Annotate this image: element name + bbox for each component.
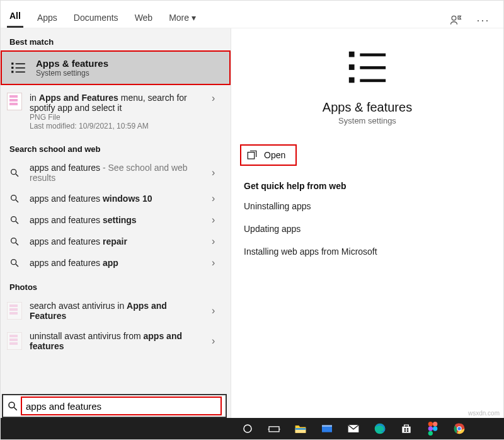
svg-rect-31 bbox=[295, 428, 306, 430]
preview-title: Apps & features bbox=[244, 100, 491, 115]
file-result-modified: Last modified: 10/9/2021, 10:59 AM bbox=[30, 122, 204, 130]
tab-web[interactable]: Web bbox=[132, 6, 156, 28]
svg-line-10 bbox=[16, 200, 18, 202]
svg-point-11 bbox=[11, 217, 16, 222]
chevron-right-icon[interactable]: › bbox=[212, 93, 223, 104]
svg-rect-3 bbox=[11, 71, 13, 72]
file-result-title: in Apps and Features menu, search for sp… bbox=[30, 93, 204, 113]
svg-point-43 bbox=[433, 426, 437, 431]
svg-point-9 bbox=[11, 195, 16, 200]
search-icon bbox=[7, 400, 18, 412]
task-view-icon[interactable] bbox=[266, 421, 282, 436]
search-box[interactable] bbox=[2, 394, 227, 418]
best-match-subtitle: System settings bbox=[36, 69, 108, 78]
help-link[interactable]: Updating apps bbox=[244, 217, 491, 240]
image-file-icon bbox=[7, 332, 22, 350]
preview-app-icon bbox=[244, 46, 491, 90]
preview-panel: Apps & features System settings Open Get… bbox=[231, 28, 503, 439]
mail-icon[interactable] bbox=[346, 421, 361, 436]
more-options-icon[interactable]: ··· bbox=[476, 13, 491, 28]
section-school-web: Search school and web bbox=[1, 136, 231, 158]
svg-rect-2 bbox=[11, 66, 13, 68]
help-link[interactable]: Uninstalling apps bbox=[244, 195, 491, 217]
video-editor-icon[interactable] bbox=[319, 421, 335, 436]
web-result[interactable]: apps and features - See school and web r… bbox=[1, 158, 231, 188]
store-icon[interactable] bbox=[399, 421, 414, 436]
svg-rect-33 bbox=[322, 425, 332, 426]
web-result-text: apps and features repair bbox=[30, 236, 204, 246]
web-result[interactable]: apps and features windows 10› bbox=[1, 188, 231, 209]
section-photos: Photos bbox=[1, 274, 231, 296]
svg-line-14 bbox=[16, 243, 18, 245]
svg-point-41 bbox=[433, 422, 437, 426]
tab-all[interactable]: All bbox=[7, 4, 23, 28]
settings-list-icon bbox=[9, 59, 27, 77]
search-icon bbox=[7, 194, 22, 204]
filter-tab-bar: All Apps Documents Web More ▾ ··· bbox=[1, 1, 503, 28]
open-label: Open bbox=[264, 150, 285, 160]
svg-line-8 bbox=[16, 174, 18, 177]
web-result[interactable]: apps and features repair› bbox=[1, 231, 231, 252]
section-best-match: Best match bbox=[1, 28, 231, 50]
search-icon bbox=[7, 168, 22, 178]
svg-point-0 bbox=[452, 16, 456, 20]
open-button[interactable]: Open bbox=[240, 144, 297, 166]
tab-documents[interactable]: Documents bbox=[71, 6, 121, 28]
chrome-icon[interactable] bbox=[452, 421, 467, 436]
tab-more[interactable]: More ▾ bbox=[166, 6, 198, 28]
chevron-right-icon[interactable]: › bbox=[212, 236, 223, 247]
tab-more-label: More bbox=[169, 13, 189, 23]
start-search-window: All Apps Documents Web More ▾ ··· Best m… bbox=[0, 0, 504, 440]
figma-icon[interactable] bbox=[425, 421, 440, 436]
chevron-right-icon[interactable]: › bbox=[212, 257, 223, 269]
taskbar bbox=[1, 418, 504, 439]
tab-apps[interactable]: Apps bbox=[35, 6, 60, 28]
photo-result-text: search avast antivirus in Apps and Featu… bbox=[30, 301, 204, 321]
search-input[interactable] bbox=[25, 400, 218, 412]
chevron-right-icon[interactable]: › bbox=[212, 305, 223, 316]
svg-rect-36 bbox=[404, 428, 406, 430]
search-icon bbox=[7, 258, 22, 268]
results-panel: Best match Apps & features System settin… bbox=[1, 28, 231, 439]
help-link[interactable]: Installing web apps from Microsoft bbox=[244, 240, 491, 263]
svg-rect-21 bbox=[360, 66, 386, 69]
svg-rect-23 bbox=[248, 153, 255, 159]
svg-rect-22 bbox=[360, 79, 386, 83]
chevron-right-icon[interactable]: › bbox=[212, 167, 223, 178]
photo-result[interactable]: search avast antivirus in Apps and Featu… bbox=[1, 296, 231, 326]
search-icon bbox=[7, 236, 22, 246]
search-icon bbox=[7, 215, 22, 225]
svg-point-7 bbox=[11, 170, 16, 175]
file-explorer-icon[interactable] bbox=[293, 421, 308, 436]
watermark: wsxdn.com bbox=[468, 410, 500, 417]
cortana-icon[interactable] bbox=[240, 421, 255, 436]
svg-point-48 bbox=[457, 427, 461, 430]
svg-point-24 bbox=[9, 402, 14, 408]
svg-line-16 bbox=[16, 264, 18, 267]
chevron-down-icon: ▾ bbox=[192, 13, 196, 23]
best-match-title: Apps & features bbox=[36, 58, 108, 69]
svg-rect-38 bbox=[404, 431, 406, 432]
svg-rect-27 bbox=[269, 427, 279, 432]
svg-point-26 bbox=[244, 425, 251, 432]
svg-line-25 bbox=[14, 407, 17, 410]
svg-rect-1 bbox=[11, 62, 13, 64]
svg-rect-5 bbox=[16, 67, 25, 68]
svg-rect-6 bbox=[16, 71, 25, 72]
best-match-result[interactable]: Apps & features System settings bbox=[1, 50, 231, 85]
svg-rect-18 bbox=[349, 64, 355, 70]
photo-result[interactable]: uninstall avast antivirus from apps and … bbox=[1, 326, 231, 356]
svg-rect-17 bbox=[349, 52, 355, 57]
svg-rect-19 bbox=[349, 78, 355, 83]
svg-rect-20 bbox=[360, 54, 386, 57]
web-result[interactable]: apps and features settings› bbox=[1, 209, 231, 231]
chevron-right-icon[interactable]: › bbox=[212, 214, 223, 226]
file-result-type: PNG File bbox=[30, 113, 204, 122]
edge-icon[interactable] bbox=[372, 421, 387, 436]
chevron-right-icon[interactable]: › bbox=[212, 193, 223, 204]
web-result[interactable]: apps and features app› bbox=[1, 252, 231, 274]
file-result[interactable]: in Apps and Features menu, search for sp… bbox=[1, 85, 231, 136]
feedback-icon[interactable] bbox=[448, 13, 463, 28]
svg-rect-39 bbox=[407, 431, 409, 432]
chevron-right-icon[interactable]: › bbox=[212, 335, 223, 347]
